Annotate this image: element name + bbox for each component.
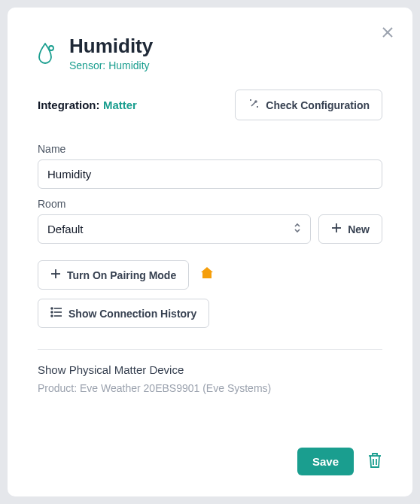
room-select[interactable]: Default <box>38 214 311 244</box>
matter-device-heading[interactable]: Show Physical Matter Device <box>38 363 382 376</box>
check-configuration-button[interactable]: Check Configuration <box>235 90 382 120</box>
pairing-mode-button[interactable]: Turn On Pairing Mode <box>38 260 189 290</box>
new-room-button[interactable]: New <box>318 214 382 244</box>
svg-point-13 <box>51 308 53 309</box>
dialog-title: Humidity <box>69 35 153 58</box>
svg-point-15 <box>51 311 53 313</box>
connection-history-button[interactable]: Show Connection History <box>38 299 209 328</box>
sparkle-icon <box>248 98 260 112</box>
homekit-icon <box>199 266 215 284</box>
check-configuration-label: Check Configuration <box>266 99 370 111</box>
plus-icon <box>50 269 61 281</box>
product-info: Product: Eve Weather 20EBS9901 (Eve Syst… <box>38 382 382 394</box>
dialog-header: Humidity Sensor: Humidity <box>38 35 382 71</box>
plus-icon <box>331 223 342 235</box>
trash-icon[interactable] <box>367 452 382 472</box>
device-settings-dialog: Humidity Sensor: Humidity Integration: M… <box>8 8 412 496</box>
close-icon[interactable] <box>376 21 399 44</box>
name-field-label: Name <box>38 143 382 155</box>
svg-point-4 <box>255 101 257 102</box>
integration-label: Integration: <box>38 99 100 111</box>
new-room-label: New <box>348 223 370 235</box>
list-icon <box>50 307 62 320</box>
integration-row: Integration: Matter Check Configuration <box>38 90 382 120</box>
room-field-label: Room <box>38 198 382 210</box>
save-button[interactable]: Save <box>297 448 354 475</box>
svg-point-17 <box>51 315 53 317</box>
connection-history-label: Show Connection History <box>68 308 196 320</box>
svg-point-2 <box>49 46 53 50</box>
integration-value[interactable]: Matter <box>103 99 137 111</box>
divider <box>38 349 382 350</box>
dialog-footer: Save <box>38 430 382 475</box>
humidity-icon <box>38 41 59 68</box>
pairing-mode-label: Turn On Pairing Mode <box>67 269 176 281</box>
name-input[interactable] <box>38 159 382 189</box>
dialog-subtitle: Sensor: Humidity <box>69 59 153 71</box>
